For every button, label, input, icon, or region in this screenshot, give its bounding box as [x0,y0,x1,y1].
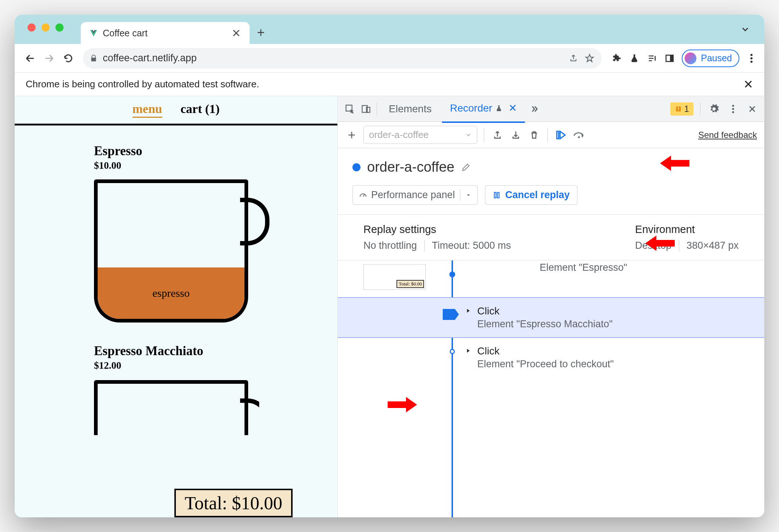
env-size: 380×487 px [679,240,739,251]
close-devtools-icon[interactable] [745,102,759,116]
timeout-value[interactable]: Timeout: 5000 ms [424,240,511,251]
svg-point-10 [732,108,734,110]
extensions-icon[interactable] [611,53,622,64]
bookmark-icon[interactable] [584,53,595,64]
svg-point-2 [750,54,753,56]
step-row[interactable]: Click Element "Proceed to checkout" [338,338,764,377]
step-row[interactable]: Total: $0.00 Element "Espresso" [338,260,764,297]
close-tab-button[interactable]: ✕ [232,27,241,40]
tab-recorder[interactable]: Recorder ✕ [442,95,525,123]
page-nav: menu cart (1) [15,96,337,125]
step-thumbnail: Total: $0.00 [363,264,426,290]
recording-header: order-a-coffee Performance panel Cancel … [338,148,764,215]
svg-point-9 [732,105,734,106]
url-bar: coffee-cart.netlify.app Paused [15,44,764,73]
close-tab-icon[interactable]: ✕ [508,102,517,114]
step-marker [450,349,455,354]
profile-paused-chip[interactable]: Paused [682,50,739,67]
back-button[interactable] [22,50,38,66]
reading-list-icon[interactable] [646,53,657,64]
cup-body: espresso [94,179,248,323]
delete-icon[interactable] [528,128,541,142]
devtools-tabs: Elements Recorder ✕ 1 [338,96,764,122]
svg-point-11 [732,111,734,113]
tab-title: Coffee cart [103,28,227,39]
send-feedback-link[interactable]: Send feedback [698,130,757,140]
performance-panel-button[interactable]: Performance panel [352,185,478,205]
product-macchiato: Espresso Macchiato $12.00 [94,344,337,435]
coffee-cup[interactable] [94,380,259,435]
chevron-down-icon [465,132,472,138]
window-controls [28,23,64,32]
share-icon[interactable] [568,53,579,64]
new-recording-button[interactable] [345,128,358,142]
expand-icon[interactable] [465,307,471,314]
flask-icon[interactable] [629,53,640,64]
issues-badge[interactable]: 1 [670,102,693,116]
step-row-current[interactable]: Click Element "Espresso Macchiato" [338,297,764,338]
product-price: $12.00 [94,360,337,371]
step-subtitle: Element "Espresso Macchiato" [477,318,613,330]
step-button[interactable] [573,128,586,142]
avatar [685,52,696,64]
flask-icon [495,105,503,112]
banner-text: Chrome is being controlled by automated … [26,79,259,90]
devtools-panel: Elements Recorder ✕ 1 [338,96,764,517]
menu-icon[interactable] [746,53,757,64]
banner-close-button[interactable]: ✕ [743,77,753,91]
inspect-icon[interactable] [343,102,357,116]
expand-icon[interactable] [465,347,471,354]
product-price: $10.00 [94,160,337,171]
new-tab-button[interactable]: + [257,25,265,44]
automation-banner: Chrome is being controlled by automated … [15,73,764,96]
nav-cart-link[interactable]: cart (1) [181,102,220,118]
nav-menu-link[interactable]: menu [133,102,162,118]
paused-label: Paused [701,53,732,63]
tab-bar: Coffee cart ✕ + [15,15,764,44]
svg-rect-1 [670,55,673,61]
close-window-button[interactable] [28,23,36,32]
cancel-replay-button[interactable]: Cancel replay [485,185,577,205]
maximize-window-button[interactable] [55,23,64,32]
forward-button[interactable] [41,50,57,66]
product-title: Espresso Macchiato [94,344,337,358]
step-subtitle: Element "Proceed to checkout" [477,358,614,370]
svg-point-4 [750,61,753,63]
steps-timeline: Total: $0.00 Element "Espresso" Click El… [338,260,764,517]
export-icon[interactable] [491,128,504,142]
omnibox[interactable]: coffee-cart.netlify.app [83,48,602,69]
minimize-window-button[interactable] [41,23,50,32]
thumb-total: Total: $0.00 [396,280,424,288]
step-title: Click [477,305,613,317]
step-subtitle: Element "Espresso" [540,262,627,273]
chevron-down-icon[interactable] [460,189,471,201]
more-tabs-icon[interactable] [527,102,541,116]
replay-button[interactable] [554,128,568,142]
edit-icon[interactable] [461,163,471,172]
vue-icon [90,29,98,37]
product-title: Espresso [94,144,337,158]
tab-elements[interactable]: Elements [381,96,440,122]
coffee-cup[interactable]: espresso [94,179,259,323]
throttling-value[interactable]: No throttling [363,240,417,251]
import-icon[interactable] [509,128,522,142]
reload-button[interactable] [60,50,76,66]
lock-icon [90,54,98,62]
total-badge[interactable]: Total: $10.00 [174,489,293,517]
device-toolbar-icon[interactable] [359,102,373,116]
gauge-icon [359,191,367,200]
kebab-icon[interactable] [726,102,740,116]
cup-fill: espresso [98,267,244,319]
side-panel-icon[interactable] [664,53,675,64]
cup-label: espresso [152,287,190,299]
annotation-arrow [645,233,675,253]
warning-icon [675,105,682,113]
pause-icon [493,191,501,199]
tabs-menu-button[interactable] [740,24,750,34]
replay-settings-title: Replay settings [363,223,511,236]
browser-tab[interactable]: Coffee cart ✕ [81,22,250,44]
toolbar-icons: Paused [611,50,757,67]
recording-select[interactable]: order-a-coffee [363,126,477,144]
breakpoint-marker[interactable] [443,309,459,320]
gear-icon[interactable] [707,102,721,116]
